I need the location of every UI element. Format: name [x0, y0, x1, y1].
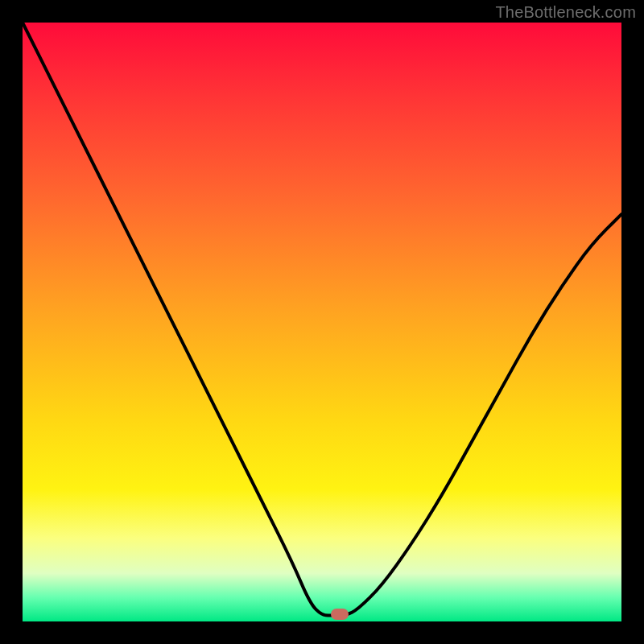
watermark-text: TheBottleneck.com: [495, 3, 636, 22]
bottleneck-curve: [23, 23, 621, 616]
chart-frame: TheBottleneck.com: [0, 0, 644, 644]
curve-svg: [23, 23, 621, 621]
optimum-marker: [331, 609, 349, 620]
plot-area: [23, 23, 621, 621]
